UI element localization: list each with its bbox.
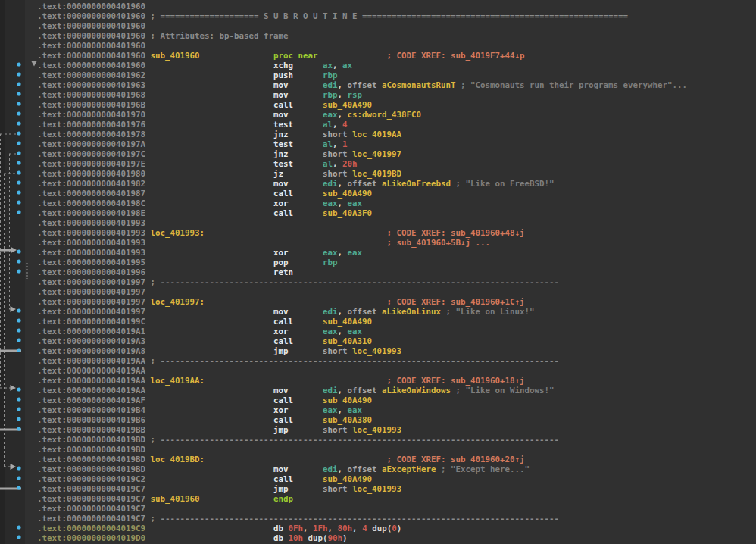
token-adr: .text:0000000000401987	[37, 189, 273, 199]
asm-line[interactable]: .text:00000000004019BD	[0, 445, 756, 455]
token-lbl: loc_401997:	[151, 297, 205, 307]
asm-line[interactable]: .text:00000000004019B6 call sub_40A380	[0, 415, 756, 425]
token-kw: short	[323, 130, 352, 139]
asm-line[interactable]: .text:000000000040196B call sub_40A490	[0, 100, 756, 110]
asm-line[interactable]: .text:000000000040199C call sub_40A490	[0, 317, 756, 327]
token-ins: mov	[273, 110, 323, 120]
asm-line[interactable]: .text:0000000000401982 mov edi, offset a…	[0, 179, 756, 189]
disassembly-listing: .text:0000000000401960.text:000000000040…	[0, 2, 756, 543]
token-adr2: .text:00000000004019D0	[37, 533, 273, 543]
token-reg: edi	[323, 179, 338, 189]
token-wht: ,	[338, 327, 348, 336]
token-wht	[205, 297, 387, 307]
token-wht: ,	[333, 159, 342, 169]
asm-line[interactable]: .text:00000000004019B4 xor eax, eax	[0, 405, 756, 415]
asm-line[interactable]: .text:000000000040198E call sub_40A3F0	[0, 208, 756, 218]
asm-line[interactable]: .text:0000000000401962 push rbp	[0, 70, 756, 80]
token-adr: .text:00000000004019A3	[37, 336, 273, 346]
token-wht: ,	[338, 90, 348, 100]
asm-line[interactable]: .text:0000000000401960	[0, 2, 756, 11]
asm-line[interactable]: .text:00000000004019C7	[0, 504, 756, 514]
token-num: 0Fh	[289, 524, 304, 533]
asm-line[interactable]: .text:00000000004019BB jmp short loc_401…	[0, 425, 756, 435]
token-lbl: sub_40A310	[323, 336, 372, 346]
asm-line[interactable]: .text:0000000000401997 loc_401997: ; COD…	[0, 297, 756, 307]
disassembly-view: .text:0000000000401960.text:000000000040…	[0, 0, 756, 544]
asm-line[interactable]: .text:0000000000401993	[0, 218, 756, 228]
asm-line[interactable]: .text:0000000000401963 mov edi, offset a…	[0, 80, 756, 90]
token-adr: .text:00000000004019BD	[37, 455, 145, 464]
asm-line[interactable]: .text:00000000004019AF call sub_40A490	[0, 395, 756, 405]
token-reg: ax	[342, 61, 352, 70]
token-grn: endp	[273, 494, 293, 504]
asm-line[interactable]: .text:00000000004019C7 sub_401960 endp	[0, 494, 756, 504]
asm-line[interactable]: .text:000000000040197C jnz short loc_401…	[0, 149, 756, 159]
asm-line[interactable]: .text:0000000000401980 jz short loc_4019…	[0, 169, 756, 179]
asm-line[interactable]: .text:0000000000401997 mov edi, offset a…	[0, 307, 756, 317]
asm-line[interactable]: .text:0000000000401995 pop rbp	[0, 258, 756, 267]
token-ins: jmp	[273, 346, 323, 356]
token-reg: eax	[323, 405, 338, 415]
asm-line[interactable]: .text:00000000004019C7 jmp short loc_401…	[0, 484, 756, 494]
asm-line[interactable]: .text:00000000004019C7 ; ---------------…	[0, 514, 756, 524]
asm-line[interactable]: .text:000000000040197A test al, 1	[0, 139, 756, 149]
asm-line[interactable]: .text:00000000004019BD loc_4019BD: ; COD…	[0, 455, 756, 464]
token-ins: mov	[273, 179, 323, 189]
token-adr: .text:0000000000401982	[37, 179, 273, 189]
asm-line[interactable]: .text:0000000000401960 sub_401960 proc n…	[0, 51, 756, 61]
asm-line[interactable]: .text:0000000000401960 xchg ax, ax	[0, 61, 756, 70]
asm-line[interactable]: .text:0000000000401970 mov eax, cs:dword…	[0, 110, 756, 120]
token-cmt: ; --------------------------------------…	[145, 514, 559, 524]
asm-line[interactable]: .text:00000000004019A1 xor eax, eax	[0, 327, 756, 336]
asm-line[interactable]: .text:0000000000401997 ; ---------------…	[0, 277, 756, 287]
asm-line[interactable]: .text:000000000040197E test al, 20h	[0, 159, 756, 169]
token-adr: .text:0000000000401993	[37, 218, 145, 228]
token-adr: .text:0000000000401976	[37, 120, 273, 130]
asm-line[interactable]: .text:0000000000401996 retn	[0, 267, 756, 277]
token-lbl: loc_401993	[352, 346, 401, 356]
asm-line[interactable]: .text:0000000000401978 jnz short loc_401…	[0, 130, 756, 139]
asm-line[interactable]: .text:00000000004019C9 db 0Fh, 1Fh, 80h,…	[0, 524, 756, 533]
asm-line[interactable]: .text:0000000000401968 mov rbp, rsp	[0, 90, 756, 100]
token-ins: xor	[273, 199, 323, 208]
asm-line[interactable]: .text:0000000000401960	[0, 21, 756, 31]
asm-line[interactable]: .text:0000000000401987 call sub_40A490	[0, 189, 756, 199]
asm-line[interactable]: .text:00000000004019BD ; ---------------…	[0, 435, 756, 445]
token-adr: .text:00000000004019B6	[37, 415, 273, 425]
asm-line[interactable]: .text:0000000000401993 xor eax, eax	[0, 248, 756, 258]
asm-line[interactable]: .text:000000000040198C xor eax, eax	[0, 199, 756, 208]
token-reg: ax	[323, 61, 333, 70]
asm-line[interactable]: .text:0000000000401997	[0, 287, 756, 297]
token-ins: xchg	[273, 61, 323, 70]
token-xrf: ; CODE XREF: sub_401960+20↑j	[387, 455, 525, 464]
asm-line[interactable]: .text:00000000004019AA mov edi, offset a…	[0, 386, 756, 395]
token-adr: .text:0000000000401997	[37, 277, 145, 287]
asm-line[interactable]: .text:00000000004019A3 call sub_40A310	[0, 336, 756, 346]
token-lbl: aLikeOnFreebsd	[382, 179, 451, 189]
token-lbl: loc_401993	[352, 484, 401, 494]
token-reg: al	[323, 120, 333, 130]
asm-line[interactable]: .text:0000000000401960 ; ===============…	[0, 11, 756, 21]
token-ins: call	[273, 208, 323, 218]
asm-line[interactable]: .text:00000000004019AA	[0, 366, 756, 376]
token-reg: eax	[323, 248, 338, 258]
asm-line[interactable]: .text:00000000004019A8 jmp short loc_401…	[0, 346, 756, 356]
token-num: 10h	[289, 533, 304, 543]
asm-line[interactable]: .text:0000000000401976 test al, 4	[0, 120, 756, 130]
token-wht: ,	[303, 524, 313, 533]
token-wht: dup(	[303, 533, 328, 543]
token-adr: .text:00000000004019C7	[37, 494, 145, 504]
asm-line[interactable]: .text:0000000000401960	[0, 41, 756, 51]
asm-line[interactable]: .text:00000000004019BD mov edi, offset a…	[0, 464, 756, 474]
token-num: 20h	[342, 159, 358, 169]
asm-line[interactable]: .text:00000000004019AA ; ---------------…	[0, 356, 756, 366]
asm-line[interactable]: .text:0000000000401960 ; Attributes: bp-…	[0, 31, 756, 41]
asm-line[interactable]: .text:00000000004019C2 call sub_40A490	[0, 474, 756, 484]
asm-line[interactable]: .text:00000000004019AA loc_4019AA: ; COD…	[0, 376, 756, 386]
asm-line[interactable]: .text:0000000000401993 ; sub_401960+5B↓j…	[0, 238, 756, 248]
asm-line[interactable]: .text:0000000000401993 loc_401993: ; COD…	[0, 228, 756, 238]
token-lbl: loc_4019AA	[352, 130, 401, 139]
token-ins: test	[273, 120, 323, 130]
asm-line[interactable]: .text:00000000004019D0 db 10h dup(90h)	[0, 533, 756, 543]
token-reg: rbp	[323, 258, 338, 267]
